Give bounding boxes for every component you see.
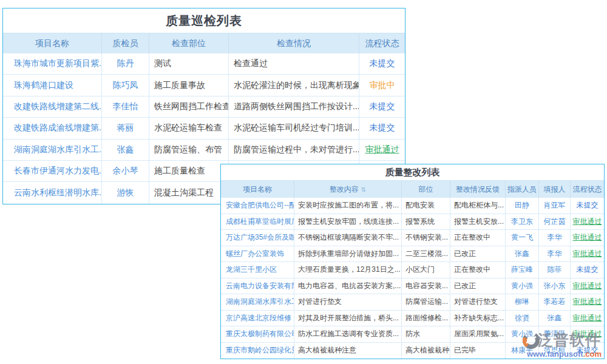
cell-part: 路面维修检...: [402, 311, 450, 326]
cell-reporter[interactable]: 肖亚军: [539, 198, 571, 214]
cell-part: 混凝土沟渠工程: [149, 182, 229, 203]
cell-status[interactable]: 审批通过: [571, 230, 604, 246]
cell-project[interactable]: 安徽合肥供电公司--配电设备...: [221, 198, 294, 214]
column-header-reporter: 填报人: [539, 181, 571, 198]
cell-status[interactable]: 未提交: [359, 53, 405, 74]
cell-assignee[interactable]: 李卫东: [506, 214, 539, 230]
cell-project[interactable]: 湖南洞庭湖水库引水工...: [3, 140, 102, 160]
cell-inspector[interactable]: 陈丹: [102, 53, 149, 74]
cell-project[interactable]: 成都杜甫草堂临时展厅独立展...: [221, 214, 294, 230]
column-header-project: 项目名称: [3, 33, 102, 53]
cell-project[interactable]: 京沪高速北京段维修: [221, 311, 294, 326]
column-header-label: 指派人员: [507, 184, 537, 195]
table-row: 重庆太极制药有限公司亳州中...防水工程施工选调有专业资质...防水屋面采用聚氨…: [221, 326, 604, 343]
table-row: 螺丝厂办公室装饰拆除到承重墙部分请做好加固...二至三楼混...已改正张鑫李华审…: [221, 246, 604, 263]
sort-icon[interactable]: ⇅: [361, 186, 366, 193]
cell-status[interactable]: 审批中: [359, 75, 405, 95]
cell-status[interactable]: 审批通过: [571, 278, 604, 294]
cell-assignee[interactable]: 田静: [506, 198, 539, 214]
cell-inspector[interactable]: 蒋丽: [102, 118, 149, 138]
cell-reporter[interactable]: 李华: [539, 246, 571, 262]
cell-inspector[interactable]: 余小琴: [102, 161, 149, 181]
cell-project[interactable]: 云南电力设备安装有限公司20...: [221, 278, 294, 294]
cell-content: 高大植被栽种注意: [294, 343, 402, 359]
cell-project[interactable]: 湖南洞庭湖水库引水工程施工标: [221, 294, 294, 310]
column-header-part: 检查部位: [149, 33, 229, 53]
cell-reporter[interactable]: 李华: [539, 230, 571, 246]
cell-part: 防腐管运输...: [402, 294, 450, 310]
cell-assignee[interactable]: 柳琳: [506, 294, 539, 310]
cell-inspector[interactable]: 张鑫: [102, 140, 149, 160]
cell-project[interactable]: 长春市伊通河水力发电...: [3, 161, 102, 181]
cell-assignee[interactable]: 张鑫: [506, 246, 539, 262]
cell-situation: 防腐管运输过程中，未对管进行...: [229, 140, 359, 160]
cell-content: 对管进行垫支: [294, 294, 402, 310]
cell-status[interactable]: 审批通过: [571, 326, 604, 342]
cell-status[interactable]: 审批通过: [571, 246, 604, 262]
cell-status[interactable]: 审批通过: [359, 140, 405, 160]
cell-assignee[interactable]: 黄一飞: [506, 230, 539, 246]
quality-rectification-table: 质量整改列表 项目名称整改内容⇅部位整改情况反馈指派人员填报人流程状态 安徽合肥…: [220, 164, 605, 359]
cell-reporter[interactable]: 董清平: [539, 326, 571, 342]
cell-inspector[interactable]: 游恢: [102, 182, 149, 203]
column-header-assignee: 指派人员: [506, 181, 539, 198]
cell-reporter[interactable]: 李若若: [539, 294, 571, 310]
cell-inspector[interactable]: 陈巧凤: [102, 75, 149, 95]
cell-status[interactable]: 审批通过: [571, 214, 604, 230]
table-row: 万达广场35#会所及咖啡厅空...不锈钢边框玻璃隔断安装不牢...不锈钢安装..…: [221, 230, 604, 246]
cell-reporter[interactable]: 何芷茵: [539, 214, 571, 230]
table-row: 云南电力设备安装有限公司20...电力电容器、电抗器安装方案,...电容器安装.…: [221, 278, 604, 295]
cell-assignee[interactable]: 林康平: [506, 343, 539, 359]
cell-project[interactable]: 重庆市鹅岭公园绿化景观提升...: [221, 343, 294, 359]
column-header-inspector: 质检员: [102, 33, 149, 53]
cell-reporter[interactable]: 张鑫: [539, 311, 571, 326]
cell-reporter[interactable]: 陈菲: [539, 262, 571, 278]
cell-part: 防腐管运输、布管: [149, 140, 229, 160]
column-header-label: 整改情况反馈: [456, 184, 500, 195]
column-header-project: 项目名称: [221, 181, 294, 198]
cell-part: 施工质量检查: [149, 161, 229, 181]
column-header-label: 检查情况: [277, 38, 311, 49]
cell-part: 测试: [149, 53, 229, 74]
cell-inspector[interactable]: 李佳怡: [102, 96, 149, 117]
cell-feedback: 对管进行垫支: [450, 294, 506, 310]
cell-status[interactable]: 未提交: [571, 198, 604, 214]
cell-status[interactable]: 未提交: [359, 118, 405, 138]
cell-reporter[interactable]: 范思桓: [539, 343, 571, 359]
cell-situation: 道路两侧铁丝网围挡工作按设计...: [229, 96, 359, 117]
cell-project[interactable]: 万达广场35#会所及咖啡厅空...: [221, 230, 294, 246]
cell-status[interactable]: 未提交: [359, 96, 405, 117]
table-row: 成都杜甫草堂临时展厅独立展...报警主机安放牢固，线缆连接...报警系统报警主机…: [221, 214, 604, 231]
cell-project[interactable]: 螺丝厂办公室装饰: [221, 246, 294, 262]
column-header-feedback: 整改情况反馈: [450, 181, 506, 198]
cell-project[interactable]: 珠海市城市更新项目紫...: [3, 53, 102, 74]
cell-status[interactable]: 未提交: [571, 343, 604, 359]
cell-part: 电容器安装...: [402, 278, 450, 294]
column-header-label: 整改内容: [330, 184, 359, 195]
table-row: 重庆市鹅岭公园绿化景观提升...高大植被栽种注意高大植被栽种已完毕林康平范思桓未…: [221, 343, 604, 359]
cell-assignee[interactable]: 黄小强: [506, 326, 539, 342]
cell-situation: 水泥砼灌注的时候，出现离析现象: [229, 75, 359, 95]
cell-part: 水泥砼运输车检查: [149, 118, 229, 138]
cell-feedback: 正在整改中: [450, 262, 506, 278]
table-row: 珠海市城市更新项目紫...陈丹测试检查通过未提交: [3, 53, 405, 75]
cell-reporter[interactable]: 张小东: [539, 278, 571, 294]
cell-project[interactable]: 重庆太极制药有限公司亳州中...: [221, 326, 294, 342]
column-header-content[interactable]: 整改内容⇅: [294, 181, 402, 198]
cell-assignee[interactable]: 徐贤: [506, 311, 539, 326]
cell-assignee[interactable]: 黄小强: [506, 278, 539, 294]
cell-project[interactable]: 改建铁路线增建第二线...: [3, 96, 102, 117]
cell-project[interactable]: 改建铁路成渝线增建第...: [3, 118, 102, 138]
cell-part: 铁丝网围挡工作检查: [149, 96, 229, 117]
table-row: 改建铁路线增建第二线...李佳怡铁丝网围挡工作检查道路两侧铁丝网围挡工作按设计.…: [3, 96, 405, 118]
cell-project[interactable]: 龙湖三千里小区: [221, 262, 294, 278]
cell-project[interactable]: 云南水利枢纽潜明水库...: [3, 182, 102, 203]
column-header-part: 部位: [402, 181, 450, 198]
table-row: 龙湖三千里小区大理石质量更换，12月31日之...小区大门正在整改中薛宝峰陈菲未…: [221, 262, 604, 278]
cell-status[interactable]: 审批通过: [571, 311, 604, 326]
cell-status[interactable]: 审批通过: [571, 294, 604, 310]
cell-assignee[interactable]: 薛宝峰: [506, 262, 539, 278]
cell-status[interactable]: 未提交: [571, 262, 604, 278]
cell-project[interactable]: 珠海鹤港口建设: [3, 75, 102, 95]
column-header-situation: 检查情况: [229, 33, 359, 53]
